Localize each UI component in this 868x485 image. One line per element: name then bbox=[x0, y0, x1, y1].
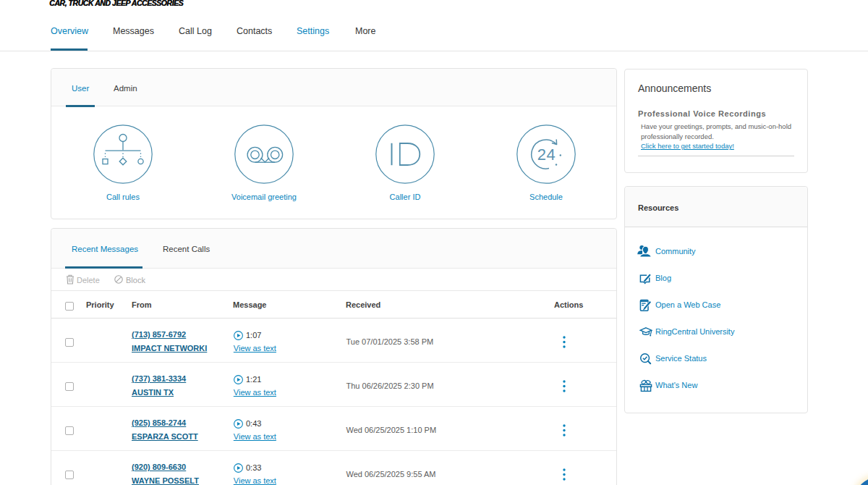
svg-text:24: 24 bbox=[537, 146, 556, 164]
